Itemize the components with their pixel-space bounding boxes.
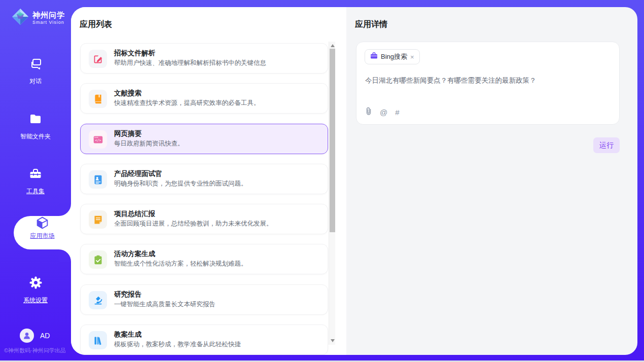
app-card-1[interactable]: 招标文件解析帮助用户快速、准确地理解和解析招标书中的关键信息	[80, 43, 328, 74]
sidebar-item-label: 应用市场	[14, 232, 71, 240]
brand-name: 神州问学	[32, 11, 65, 20]
paperclip-icon[interactable]	[365, 107, 372, 118]
sidebar-item-label: 智能文件夹	[20, 133, 51, 140]
note-icon	[89, 210, 107, 229]
scrollbar-thumb[interactable]	[330, 49, 335, 232]
app-card-8[interactable]: 教案生成模板驱动，教案秒成，教学准备从此轻松快捷	[80, 324, 328, 355]
app-card-desc: 模板驱动，教案秒成，教学准备从此轻松快捷	[114, 340, 241, 349]
app-card-title: 产品经理面试官	[114, 169, 162, 178]
cube-icon	[35, 223, 49, 231]
app-card-desc: 智能生成个性化活动方案，轻松解决规划难题。	[114, 260, 247, 268]
app-detail-panel: 应用详情 Bing搜索 × 今日湖北有哪些新闻要点？有哪些需要关注的最新政策？	[346, 7, 637, 355]
tab-curve-bottom	[59, 249, 71, 262]
books-icon	[89, 331, 107, 349]
pen-square-icon	[89, 50, 107, 68]
tool-chip-bing-search[interactable]: Bing搜索 ×	[365, 49, 420, 64]
app-card-desc: 每日政府新闻资讯快查。	[114, 139, 184, 148]
run-button[interactable]: 运行	[593, 137, 620, 153]
app-list-title: 应用列表	[80, 19, 112, 30]
app-card-desc: 一键智能生成高质量长文本研究报告	[114, 300, 216, 309]
copyright-footer: ©神州数码·神州问学出品	[4, 347, 66, 354]
app-card-6[interactable]: 活动方案生成智能生成个性化活动方案，轻松解决规划难题。	[80, 244, 328, 274]
user-account[interactable]: AD	[20, 329, 50, 343]
prompt-input[interactable]: 今日湖北有哪些新闻要点？有哪些需要关注的最新政策？	[365, 76, 609, 85]
sidebar-item-chat[interactable]: 对话	[0, 57, 71, 86]
app-card-4[interactable]: 产品经理面试官明确身份和职责，为您提供专业性的面试问题。	[80, 164, 328, 194]
app-card-title: 网页摘要	[114, 129, 141, 138]
scroll-down-icon[interactable]	[331, 339, 335, 342]
at-icon[interactable]: @	[380, 108, 387, 117]
toolbox-icon	[0, 167, 71, 183]
app-card-desc: 全面回顾项目进展，总结经验教训，助力未来优化发展。	[114, 220, 273, 228]
app-card-3[interactable]: </>网页摘要每日政府新闻资讯快查。	[80, 124, 328, 154]
app-card-7[interactable]: 研究报告一键智能生成高质量长文本研究报告	[80, 284, 328, 315]
resume-icon	[89, 170, 107, 189]
app-card-title: 研究报告	[114, 290, 141, 299]
chat-icon	[0, 57, 71, 73]
app-detail-title: 应用详情	[355, 19, 387, 30]
microscope-icon	[89, 291, 107, 309]
sidebar-item-smart-folder[interactable]: 智能文件夹	[0, 113, 71, 141]
briefcase-icon	[370, 52, 378, 61]
folder-icon	[0, 113, 71, 128]
sidebar-item-settings[interactable]: 系统设置	[0, 276, 71, 305]
app-card-title: 文献搜索	[114, 89, 141, 98]
user-initials: AD	[40, 332, 50, 340]
hash-icon[interactable]: #	[395, 108, 399, 117]
brand-diamond-icon	[11, 8, 29, 28]
app-card-title: 项目总结汇报	[114, 209, 155, 219]
main-content: 应用列表 招标文件解析帮助用户快速、准确地理解和解析招标书中的关键信息文献搜索快…	[71, 7, 637, 355]
app-card-5[interactable]: 项目总结汇报全面回顾项目进展，总结经验教训，助力未来优化发展。	[80, 204, 328, 234]
app-card-title: 活动方案生成	[114, 249, 155, 259]
app-logo: 神州问学 Smart Vision	[11, 8, 65, 28]
app-card-2[interactable]: 文献搜索快速精准查找学术资源，提高研究效率的必备工具。	[80, 83, 328, 114]
avatar	[20, 329, 34, 343]
prompt-card: Bing搜索 × 今日湖北有哪些新闻要点？有哪些需要关注的最新政策？ @ #	[356, 42, 620, 125]
app-card-desc: 快速精准查找学术资源，提高研究效率的必备工具。	[114, 99, 260, 107]
tab-curve-top	[59, 204, 71, 216]
sidebar-item-app-market[interactable]: 应用市场	[14, 216, 71, 249]
list-scrollbar[interactable]	[329, 42, 335, 345]
book-icon	[89, 90, 107, 108]
app-card-title: 教案生成	[114, 330, 141, 339]
sidebar-item-label: 系统设置	[23, 297, 48, 304]
app-card-desc: 帮助用户快速、准确地理解和解析招标书中的关键信息	[114, 59, 266, 67]
app-card-desc: 明确身份和职责，为您提供专业性的面试问题。	[114, 179, 247, 188]
sidebar: 神州问学 Smart Vision 对话 智能文件夹	[0, 0, 71, 360]
scroll-up-icon[interactable]	[331, 44, 335, 47]
close-icon[interactable]: ×	[410, 54, 414, 60]
clipboard-check-icon	[89, 250, 107, 269]
attachment-toolbar: @ #	[365, 107, 400, 118]
sidebar-item-toolset[interactable]: 工具集	[0, 167, 71, 196]
app-list-panel: 应用列表 招标文件解析帮助用户快速、准确地理解和解析招标书中的关键信息文献搜索快…	[71, 7, 346, 355]
sidebar-item-label: 工具集	[26, 188, 45, 195]
sidebar-item-label: 对话	[29, 78, 42, 85]
app-card-title: 招标文件解析	[114, 49, 155, 58]
brand-subtitle: Smart Vision	[32, 20, 65, 25]
svg-text:</>: </>	[95, 138, 101, 142]
tool-chip-label: Bing搜索	[381, 52, 407, 61]
gear-icon	[0, 276, 71, 292]
browser-code-icon: </>	[89, 130, 107, 149]
